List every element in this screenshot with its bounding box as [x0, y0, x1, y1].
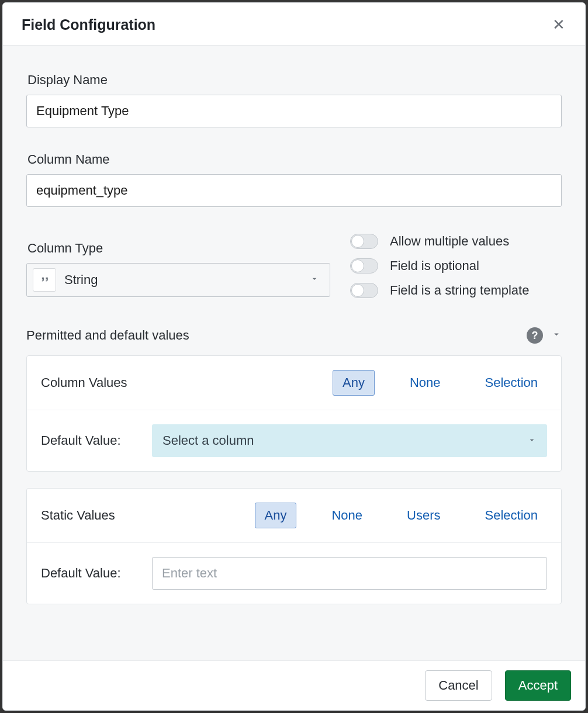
cancel-button[interactable]: Cancel [425, 670, 492, 701]
field-optional-toggle[interactable] [350, 258, 378, 274]
static-values-none[interactable]: None [322, 503, 372, 528]
dialog-body: Display Name Column Name Column Type Str… [3, 46, 585, 660]
column-name-input[interactable] [26, 174, 562, 207]
chevron-down-icon [527, 433, 537, 448]
string-template-label: Field is a string template [390, 283, 529, 298]
quote-icon [33, 268, 56, 292]
field-optional-label: Field is optional [390, 258, 479, 274]
static-values-panel: Static Values Any None Users Selection D… [26, 488, 562, 604]
permitted-section-title: Permitted and default values [26, 328, 189, 343]
column-values-any[interactable]: Any [333, 370, 375, 396]
column-type-select[interactable]: String [26, 263, 330, 297]
static-values-any[interactable]: Any [255, 503, 297, 528]
string-template-toggle[interactable] [350, 283, 378, 298]
static-values-selection[interactable]: Selection [475, 503, 547, 528]
field-configuration-dialog: Field Configuration ✕ Display Name Colum… [2, 2, 586, 711]
allow-multiple-label: Allow multiple values [390, 234, 509, 249]
column-values-selection[interactable]: Selection [475, 371, 547, 395]
column-name-label: Column Name [27, 152, 562, 167]
column-type-label: Column Type [27, 241, 330, 256]
column-default-select[interactable]: Select a column [152, 424, 547, 457]
column-values-none[interactable]: None [400, 371, 450, 395]
column-type-value: String [64, 272, 98, 288]
static-default-label: Default Value: [41, 566, 140, 581]
static-values-label: Static Values [41, 508, 115, 523]
column-default-label: Default Value: [41, 433, 140, 448]
static-default-input[interactable] [152, 557, 547, 590]
chevron-down-icon [310, 274, 319, 286]
dialog-header: Field Configuration ✕ [3, 3, 585, 46]
help-icon[interactable]: ? [527, 327, 543, 344]
accept-button[interactable]: Accept [505, 670, 571, 701]
column-default-placeholder: Select a column [162, 433, 254, 448]
allow-multiple-toggle[interactable] [350, 234, 378, 249]
display-name-label: Display Name [27, 72, 562, 88]
display-name-input[interactable] [26, 95, 562, 127]
dialog-footer: Cancel Accept [3, 660, 585, 710]
column-values-label: Column Values [41, 375, 127, 390]
section-collapse-icon[interactable] [551, 329, 562, 342]
close-icon[interactable]: ✕ [550, 16, 568, 33]
column-values-panel: Column Values Any None Selection Default… [26, 355, 562, 472]
static-values-users[interactable]: Users [397, 503, 449, 528]
dialog-title: Field Configuration [22, 16, 155, 33]
